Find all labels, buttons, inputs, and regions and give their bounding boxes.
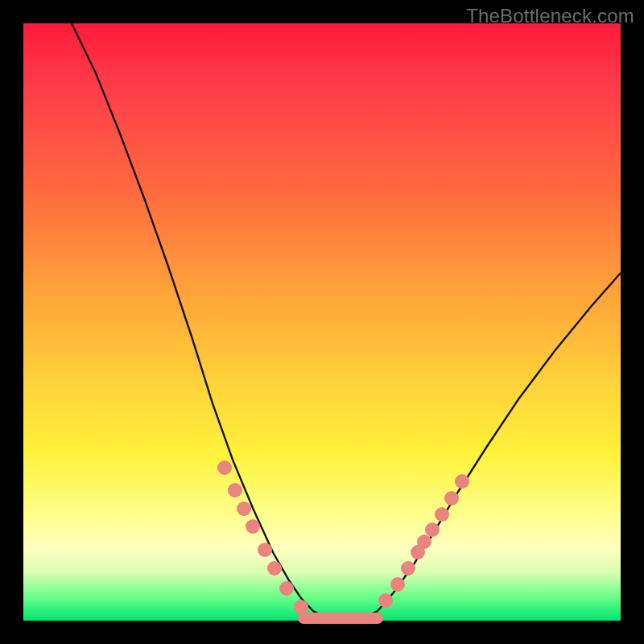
data-point <box>246 519 260 534</box>
data-point <box>435 507 449 522</box>
v-curve-path <box>72 23 621 621</box>
data-point <box>425 522 440 537</box>
plot-area <box>23 23 621 621</box>
data-point <box>217 460 232 475</box>
data-point <box>378 593 393 608</box>
chart-svg <box>23 23 621 621</box>
data-point <box>417 535 431 549</box>
data-point <box>258 543 272 557</box>
data-point <box>444 491 459 506</box>
data-point <box>279 581 294 596</box>
data-point <box>237 502 251 516</box>
watermark-text: TheBottleneck.com <box>466 5 634 27</box>
data-point <box>455 474 469 489</box>
data-point <box>390 577 405 592</box>
dots-right-group <box>378 474 469 608</box>
data-point <box>267 561 282 576</box>
outer-frame: TheBottleneck.com <box>0 0 644 644</box>
data-point <box>228 483 242 497</box>
data-point <box>401 561 415 576</box>
dots-left-group <box>217 460 308 614</box>
data-point <box>294 600 308 614</box>
